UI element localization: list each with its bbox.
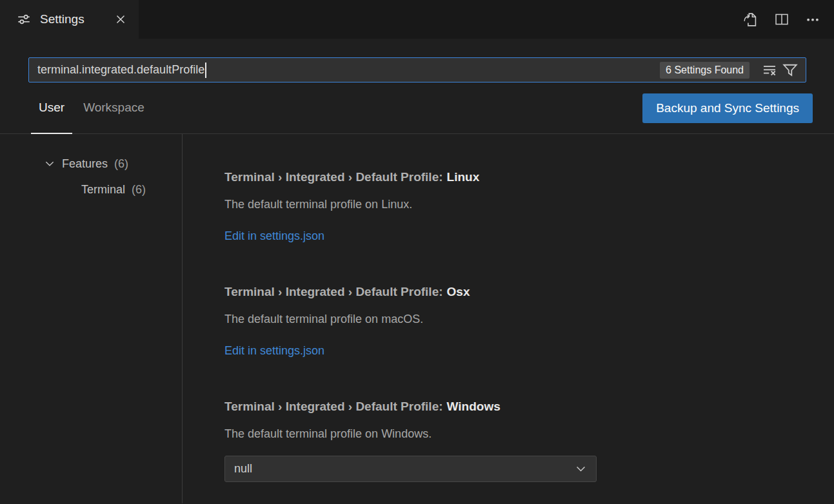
scope-tab-workspace[interactable]: Workspace	[75, 82, 152, 134]
text-caret	[205, 63, 206, 78]
setting-category: Terminal › Integrated › Default Profile:	[224, 285, 443, 298]
setting-description: The default terminal profile on macOS.	[224, 311, 597, 327]
settings-list: Terminal › Integrated › Default Profile:…	[183, 134, 597, 503]
select-value: null	[234, 462, 252, 476]
chevron-down-icon	[575, 463, 587, 475]
edit-in-settings-json-link[interactable]: Edit in settings.json	[224, 228, 324, 244]
toc-count: (6)	[114, 157, 128, 171]
setting-name: Windows	[447, 400, 501, 413]
setting-name: Linux	[447, 170, 480, 184]
setting-category: Terminal › Integrated › Default Profile:	[224, 400, 443, 413]
toc-label: Terminal	[81, 183, 125, 197]
split-editor-icon[interactable]	[775, 12, 789, 26]
setting-default-profile-osx: Terminal › Integrated › Default Profile:…	[224, 284, 597, 359]
default-profile-windows-select[interactable]: null	[224, 456, 597, 482]
settings-body: Features (6) Terminal (6) Terminal › Int…	[0, 134, 834, 503]
setting-default-profile-linux: Terminal › Integrated › Default Profile:…	[224, 169, 597, 244]
setting-category: Terminal › Integrated › Default Profile:	[224, 170, 443, 184]
search-row: terminal.integrated.defaultProfile 6 Set…	[0, 39, 834, 82]
settings-toc-tree: Features (6) Terminal (6)	[0, 134, 183, 503]
scope-row: User Workspace Backup and Sync Settings	[0, 82, 834, 134]
editor-actions	[743, 0, 834, 39]
setting-default-profile-windows: Terminal › Integrated › Default Profile:…	[224, 398, 597, 482]
results-count-badge: 6 Settings Found	[660, 62, 750, 79]
settings-search-input[interactable]: terminal.integrated.defaultProfile 6 Set…	[28, 57, 806, 82]
settings-sliders-icon	[17, 13, 30, 26]
search-value: terminal.integrated.defaultProfile	[37, 63, 204, 77]
setting-description: The default terminal profile on Windows.	[224, 425, 597, 442]
chevron-down-icon[interactable]	[44, 158, 55, 170]
close-icon[interactable]	[115, 14, 126, 24]
setting-title: Terminal › Integrated › Default Profile:…	[224, 398, 597, 415]
open-settings-json-icon[interactable]	[743, 12, 758, 27]
filter-icon[interactable]	[781, 61, 799, 79]
scope-tabs: User Workspace	[31, 82, 152, 133]
setting-name: Osx	[447, 285, 470, 298]
setting-description: The default terminal profile on Linux.	[224, 196, 597, 213]
editor-tab-bar: Settings	[0, 0, 834, 39]
toc-count: (6)	[132, 183, 146, 197]
toc-item-terminal[interactable]: Terminal (6)	[0, 177, 182, 202]
setting-title: Terminal › Integrated › Default Profile:…	[224, 169, 597, 186]
toc-label: Features	[62, 157, 108, 171]
setting-title: Terminal › Integrated › Default Profile:…	[224, 284, 597, 300]
clear-search-icon[interactable]	[760, 61, 779, 79]
edit-in-settings-json-link[interactable]: Edit in settings.json	[224, 342, 324, 359]
tab-settings[interactable]: Settings	[0, 0, 139, 39]
scope-tab-user[interactable]: User	[31, 82, 72, 134]
more-actions-icon[interactable]	[806, 12, 820, 26]
toc-item-features[interactable]: Features (6)	[0, 151, 182, 177]
tab-title: Settings	[40, 12, 106, 26]
backup-sync-settings-button[interactable]: Backup and Sync Settings	[642, 93, 813, 123]
